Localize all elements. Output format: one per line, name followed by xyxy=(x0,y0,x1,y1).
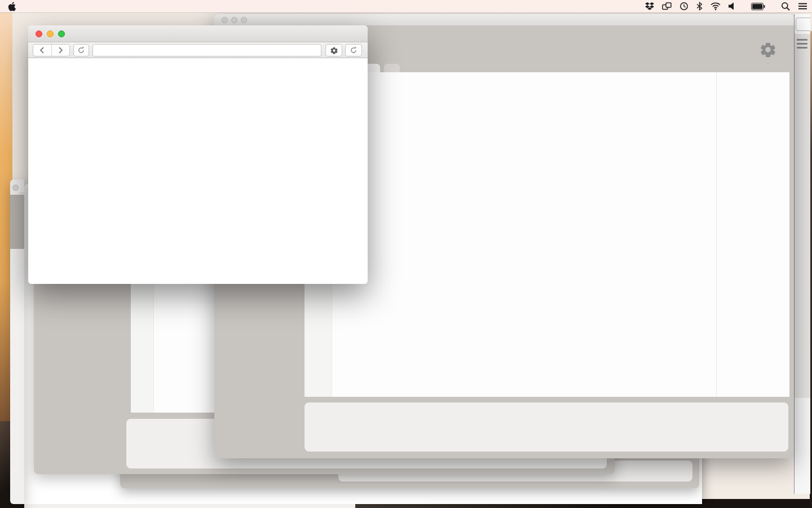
hamburger-menu-icon[interactable] xyxy=(797,39,807,51)
dropbox-icon[interactable] xyxy=(645,2,654,11)
refresh-button[interactable] xyxy=(345,44,362,56)
sliver-header-band xyxy=(10,195,24,249)
right-panel-band xyxy=(795,34,810,398)
forward-button[interactable] xyxy=(51,45,70,56)
settings-gear-icon[interactable] xyxy=(759,41,777,59)
print-margin-ruler xyxy=(716,72,717,397)
contacts-window-sliver[interactable] xyxy=(10,179,24,504)
apple-menu[interactable] xyxy=(8,2,16,11)
code-editor[interactable] xyxy=(304,72,789,397)
nav-buttons xyxy=(33,44,70,56)
time-machine-icon[interactable] xyxy=(679,2,689,11)
console-panel[interactable] xyxy=(304,402,788,452)
reload-icon xyxy=(77,46,85,54)
settings-button[interactable] xyxy=(325,44,342,56)
battery-icon[interactable] xyxy=(751,3,765,10)
gear-icon xyxy=(330,46,338,55)
window-titlebar[interactable] xyxy=(214,14,794,26)
minimize-button[interactable] xyxy=(231,17,237,23)
url-field[interactable] xyxy=(92,44,321,56)
reload-button[interactable] xyxy=(73,44,89,56)
desktop xyxy=(0,0,812,508)
preview-browser-window[interactable] xyxy=(28,25,368,284)
chevron-right-icon xyxy=(57,46,64,55)
refresh-icon xyxy=(350,46,358,54)
nine-button[interactable] xyxy=(796,17,810,31)
close-button[interactable] xyxy=(36,30,42,37)
volume-icon[interactable] xyxy=(729,2,735,10)
browser-titlebar[interactable] xyxy=(28,25,368,42)
displays-icon[interactable] xyxy=(662,2,672,11)
apple-icon xyxy=(8,2,16,11)
back-button[interactable] xyxy=(33,45,51,56)
wifi-icon[interactable] xyxy=(710,2,721,10)
zoom-button[interactable] xyxy=(241,17,247,23)
bluetooth-icon[interactable] xyxy=(696,2,703,11)
homework-window-edge xyxy=(24,504,355,508)
close-button[interactable] xyxy=(222,17,228,23)
chevron-left-icon xyxy=(39,46,46,55)
window-dot xyxy=(12,185,19,191)
minimize-button[interactable] xyxy=(47,30,54,37)
right-browser-sliver[interactable] xyxy=(794,14,810,494)
notification-center-icon[interactable] xyxy=(798,2,807,10)
sketch-preview-canvas[interactable] xyxy=(28,58,368,284)
menu-bar xyxy=(0,0,812,12)
browser-toolbar xyxy=(28,42,368,58)
spotlight-icon[interactable] xyxy=(781,2,790,11)
zoom-button[interactable] xyxy=(58,30,65,37)
